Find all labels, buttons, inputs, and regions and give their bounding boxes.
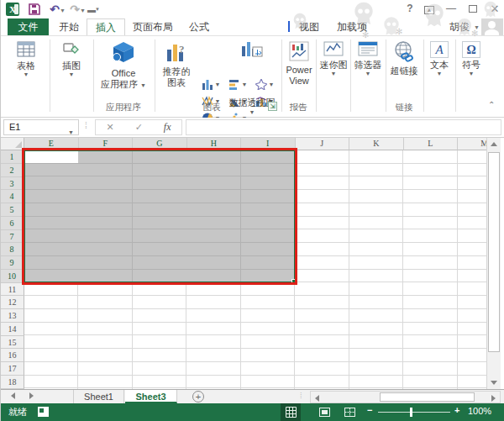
- apps-group-label: 应用程序: [93, 100, 154, 113]
- row-header-3[interactable]: 3: [1, 177, 24, 191]
- tab-formulas[interactable]: 公式: [182, 18, 216, 35]
- vertical-scrollbar[interactable]: [486, 138, 501, 389]
- zoom-slider-track[interactable]: [378, 412, 450, 413]
- reports-group-label: 报告: [281, 100, 315, 113]
- tab-page-layout[interactable]: 页面布局: [129, 18, 177, 35]
- charts-group-label: 图表: [157, 100, 266, 113]
- select-all-button[interactable]: [1, 138, 24, 150]
- insert-function-button[interactable]: fx: [164, 121, 171, 134]
- cursor-mark: [288, 21, 290, 32]
- charts-dialog-launcher[interactable]: ⇲: [268, 102, 277, 111]
- undo-dropdown-arrow[interactable]: ▼: [60, 8, 66, 13]
- row-header-18[interactable]: 18: [1, 376, 24, 389]
- row-header-16[interactable]: 16: [1, 349, 24, 362]
- row-header-12[interactable]: 12: [1, 296, 24, 309]
- horizontal-scrollbar[interactable]: [310, 391, 501, 403]
- zoom-slider-thumb[interactable]: [410, 408, 412, 417]
- power-view-icon: [284, 41, 314, 63]
- row-header-9[interactable]: 9: [1, 256, 24, 270]
- row-header-8[interactable]: 8: [1, 243, 24, 256]
- user-name[interactable]: 胡俊: [449, 18, 470, 35]
- zoom-out-button[interactable]: −: [367, 405, 372, 415]
- ribbon-display-options-button[interactable]: ▲: [421, 2, 438, 16]
- excel-logo-icon: X: [6, 3, 19, 16]
- tab-view[interactable]: 视图: [293, 18, 325, 35]
- row-header-15[interactable]: 15: [1, 336, 24, 350]
- row-header-11[interactable]: 11: [1, 283, 24, 297]
- row-header-17[interactable]: 17: [1, 362, 24, 376]
- cancel-button[interactable]: ✕: [106, 122, 113, 133]
- tab-insert[interactable]: 插入: [87, 18, 125, 35]
- omega-icon: Ω: [462, 41, 480, 58]
- row-header-7[interactable]: 7: [1, 230, 24, 244]
- redo-dropdown-arrow[interactable]: ▼: [80, 8, 86, 13]
- sheet-tab-sheet3[interactable]: Sheet3: [125, 390, 177, 403]
- customize-qat-button[interactable]: ▬▼: [87, 3, 100, 16]
- sheet-tab-sheet1[interactable]: Sheet1: [73, 390, 124, 403]
- table-icon: [6, 41, 46, 59]
- hyperlink-globe-icon: [387, 41, 421, 64]
- tab-home[interactable]: 开始: [53, 18, 85, 35]
- column-header-L[interactable]: L: [404, 138, 459, 150]
- name-box[interactable]: E1▼: [3, 119, 79, 135]
- sheet-nav-left-button[interactable]: [11, 392, 15, 399]
- new-sheet-button[interactable]: +: [192, 391, 204, 403]
- zoom-level[interactable]: 100%: [468, 406, 491, 416]
- record-macro-button[interactable]: [38, 407, 49, 417]
- page-layout-icon: [319, 407, 330, 418]
- save-button[interactable]: [28, 3, 41, 16]
- maximize-button[interactable]: [465, 2, 481, 16]
- text-button[interactable]: A 文本▼: [426, 39, 453, 114]
- help-button[interactable]: ?: [402, 2, 418, 16]
- tab-file[interactable]: 文件: [8, 18, 49, 35]
- row-header-14[interactable]: 14: [1, 323, 24, 336]
- column-chart-button[interactable]: ▼: [199, 76, 223, 92]
- minimize-button[interactable]: —: [443, 2, 459, 16]
- ribbon-insert: 表格▼ 插图▼ Office 应用程序 ▼ 应用程序 ? 推荐的 图表 ▼ ▼ …: [1, 35, 504, 118]
- avatar[interactable]: [481, 18, 503, 35]
- row-header-6[interactable]: 6: [1, 217, 24, 230]
- scroll-right-button[interactable]: [487, 392, 500, 403]
- save-icon: [29, 3, 40, 15]
- sheet-nav-right-button[interactable]: [29, 392, 34, 399]
- formula-input[interactable]: [186, 119, 501, 135]
- page-break-view-button[interactable]: [339, 403, 360, 421]
- title-bar: X ↶ ▼ ↷ ▼ ▬▼ ? ▲ — ✕: [1, 0, 504, 18]
- horizontal-scroll-thumb[interactable]: [380, 392, 475, 402]
- formula-bar: E1▼ ⁞ ✕ ✓ fx: [1, 118, 504, 138]
- row-header-1[interactable]: 1: [1, 150, 24, 164]
- collapse-ribbon-button[interactable]: ⌃: [488, 100, 495, 109]
- row-header-2[interactable]: 2: [1, 164, 24, 177]
- normal-view-icon: [286, 407, 297, 418]
- close-button[interactable]: ✕: [486, 2, 503, 16]
- column-header-K[interactable]: K: [349, 138, 404, 150]
- enter-button[interactable]: ✓: [135, 122, 143, 133]
- horizontal-splitter[interactable]: ⁞: [300, 392, 302, 400]
- tables-button[interactable]: 表格▼: [6, 39, 46, 114]
- symbols-button[interactable]: Ω 符号▼: [458, 39, 485, 114]
- slicers-button[interactable]: 筛选器▼: [352, 39, 384, 114]
- excel-window: X ↶ ▼ ↷ ▼ ▬▼ ? ▲ — ✕ ✻ ✻ ✻ 文件 开始 插入 页面布局…: [0, 0, 504, 421]
- scroll-up-button[interactable]: [487, 138, 501, 150]
- normal-view-button[interactable]: [281, 403, 301, 421]
- illustrations-button[interactable]: 插图▼: [53, 39, 90, 114]
- vertical-scroll-thumb[interactable]: [488, 152, 500, 352]
- zoom-in-button[interactable]: +: [454, 405, 459, 415]
- ready-status: 就绪: [8, 406, 27, 418]
- column-header-J[interactable]: J: [296, 138, 350, 150]
- scroll-left-button[interactable]: [311, 392, 323, 403]
- user-dropdown-arrow[interactable]: ▼: [474, 24, 480, 30]
- page-break-icon: [344, 407, 355, 418]
- formula-bar-splitter[interactable]: ⁞: [85, 121, 87, 130]
- row-header-4[interactable]: 4: [1, 190, 24, 203]
- scroll-down-button[interactable]: [487, 376, 501, 389]
- row-header-10[interactable]: 10: [1, 270, 24, 283]
- text-a-icon: A: [430, 41, 449, 58]
- links-group-label: 链接: [386, 100, 423, 113]
- row-header-13[interactable]: 13: [1, 309, 24, 323]
- sparklines-button[interactable]: 迷你图▼: [318, 39, 349, 114]
- column-header-M[interactable]: M: [458, 138, 486, 150]
- row-header-5[interactable]: 5: [1, 203, 24, 217]
- page-layout-view-button[interactable]: [314, 403, 334, 421]
- tab-addins[interactable]: 加载项: [330, 18, 374, 35]
